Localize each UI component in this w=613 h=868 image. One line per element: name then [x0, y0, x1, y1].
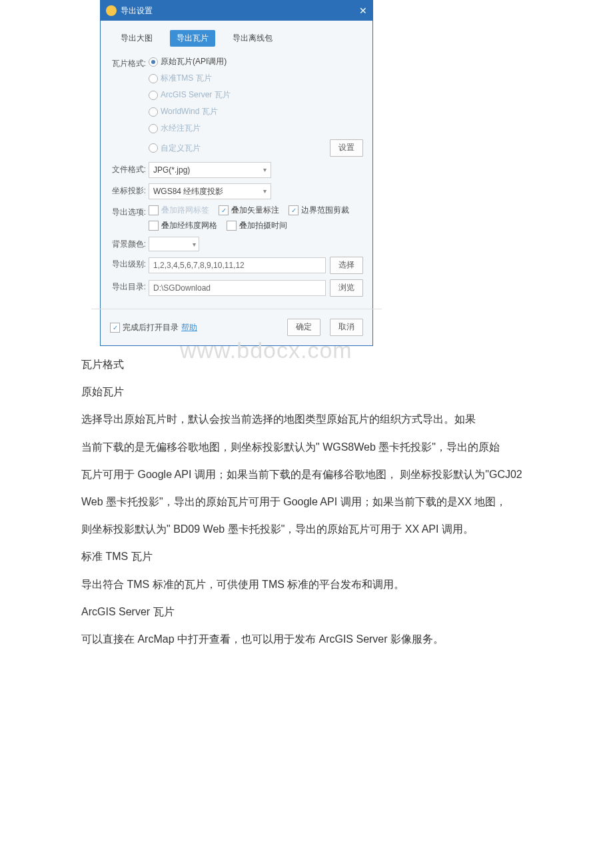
dialog-titlebar: 导出设置 ✕	[101, 1, 372, 21]
para-raw-tile-2: 瓦片可用于 Google API 调用；如果当前下载的是有偏移谷歌地图， 则坐标…	[60, 465, 553, 483]
export-options-label: 导出选项:	[110, 205, 149, 218]
boundary-crop-text: 边界范围剪裁	[301, 205, 349, 216]
radio-arcgis-tile-label: ArcGIS Server 瓦片	[161, 89, 231, 101]
vector-label-text: 叠加矢量标注	[231, 205, 279, 216]
app-icon	[106, 5, 117, 16]
help-link[interactable]: 帮助	[181, 322, 197, 333]
lonlat-grid-text: 叠加经纬度网格	[161, 220, 217, 231]
tab-export-big-image[interactable]: 导出大图	[114, 30, 159, 47]
para-raw-tile-3: 则坐标投影默认为" BD09 Web 墨卡托投影"，导出的原始瓦片可用于 XX …	[60, 520, 553, 538]
para-tile-format-title: 瓦片格式	[60, 355, 553, 373]
para-tms-title: 标准 TMS 瓦片	[60, 547, 553, 565]
select-levels-button[interactable]: 选择	[330, 257, 363, 274]
checkbox-road-label[interactable]: 叠加路网标签	[149, 205, 209, 216]
tab-export-offline[interactable]: 导出离线包	[226, 30, 279, 47]
radio-icon	[149, 143, 158, 153]
file-format-value: JPG(*.jpg)	[153, 163, 190, 177]
radio-icon	[149, 57, 158, 67]
radio-icon	[149, 74, 158, 83]
browse-button[interactable]: 浏览	[330, 279, 363, 297]
radio-tms-tile-label: 标准TMS 瓦片	[161, 73, 212, 84]
cancel-button[interactable]: 取消	[330, 319, 363, 336]
radio-tms-tile[interactable]: 标准TMS 瓦片	[149, 73, 363, 84]
checkbox-icon	[149, 205, 159, 215]
checkbox-lonlat-grid[interactable]: 叠加经纬度网格	[149, 220, 217, 231]
file-format-select[interactable]: JPG(*.jpg) ▾	[149, 162, 271, 178]
checkbox-vector-label[interactable]: 叠加矢量标注	[219, 205, 279, 216]
export-levels-input[interactable]: 1,2,3,4,5,6,7,8,9,10,11,12	[149, 257, 326, 273]
para-raw-tile-2b: Web 墨卡托投影"，导出的原始瓦片可用于 Google API 调用；如果当前…	[60, 493, 553, 511]
para-arcgis-title: ArcGIS Server 瓦片	[60, 603, 553, 621]
export-levels-label: 导出级别:	[110, 257, 149, 270]
projection-label: 坐标投影:	[110, 183, 149, 197]
checkbox-icon	[219, 205, 229, 215]
tile-format-label: 瓦片格式:	[110, 56, 149, 69]
radio-worldwind-tile[interactable]: WorldWind 瓦片	[149, 106, 363, 117]
checkbox-icon	[110, 323, 120, 333]
bg-color-picker[interactable]: ▾	[149, 237, 199, 251]
checkbox-boundary-crop[interactable]: 边界范围剪裁	[289, 205, 349, 216]
radio-arcgis-tile[interactable]: ArcGIS Server 瓦片	[149, 89, 363, 101]
checkbox-icon	[227, 221, 237, 231]
close-icon[interactable]: ✕	[359, 5, 367, 16]
output-dir-input[interactable]: D:\SGDownload	[149, 280, 326, 296]
chevron-down-icon: ▾	[193, 241, 196, 248]
radio-raw-tile-label: 原始瓦片(API调用)	[161, 56, 227, 67]
projection-select[interactable]: WGS84 经纬度投影 ▾	[149, 183, 271, 199]
dialog-title: 导出设置	[121, 5, 153, 17]
radio-icon	[149, 91, 158, 100]
para-tms-desc: 导出符合 TMS 标准的瓦片，可供使用 TMS 标准的平台发布和调用。	[60, 575, 553, 593]
bg-color-label: 背景颜色:	[110, 237, 149, 250]
radio-icon	[149, 124, 158, 133]
tab-export-tiles[interactable]: 导出瓦片	[170, 30, 215, 47]
tile-format-settings-button[interactable]: 设置	[330, 139, 363, 157]
para-raw-tile-title: 原始瓦片	[60, 383, 553, 401]
radio-raw-tile[interactable]: 原始瓦片(API调用)	[149, 56, 363, 67]
radio-water-tile[interactable]: 水经注瓦片	[149, 123, 363, 134]
radio-custom-tile-label: 自定义瓦片	[161, 143, 201, 154]
article-body: 瓦片格式 原始瓦片 选择导出原始瓦片时，默认会按当前选择的地图类型原始瓦片的组织…	[60, 355, 553, 648]
checkbox-icon	[289, 205, 299, 215]
para-raw-tile-1: 选择导出原始瓦片时，默认会按当前选择的地图类型原始瓦片的组织方式导出。如果	[60, 410, 553, 428]
chevron-down-icon: ▾	[263, 163, 267, 177]
projection-value: WGS84 经纬度投影	[153, 184, 223, 199]
para-arcgis-desc: 可以直接在 ArcMap 中打开查看，也可以用于发布 ArcGIS Server…	[60, 630, 553, 648]
output-dir-label: 导出目录:	[110, 279, 149, 293]
ok-button[interactable]: 确定	[287, 319, 320, 336]
road-label-text: 叠加路网标签	[161, 205, 209, 216]
radio-water-tile-label: 水经注瓦片	[161, 123, 201, 134]
checkbox-icon	[149, 221, 159, 231]
export-settings-dialog: 导出设置 ✕ 导出大图 导出瓦片 导出离线包 瓦片格式: 原始瓦片(API调	[100, 0, 373, 346]
chevron-down-icon: ▾	[263, 184, 267, 199]
radio-icon	[149, 107, 158, 117]
file-format-label: 文件格式:	[110, 162, 149, 175]
radio-custom-tile[interactable]: 自定义瓦片	[149, 139, 201, 157]
checkbox-shoot-time[interactable]: 叠加拍摄时间	[227, 220, 287, 231]
checkbox-open-after[interactable]: 完成后打开目录	[110, 322, 179, 333]
para-raw-tile-1b: 当前下载的是无偏移谷歌地图，则坐标投影默认为" WGS8Web 墨卡托投影"，导…	[60, 438, 553, 456]
shoot-time-text: 叠加拍摄时间	[239, 220, 287, 231]
open-after-text: 完成后打开目录	[123, 322, 179, 333]
radio-worldwind-tile-label: WorldWind 瓦片	[161, 106, 218, 117]
